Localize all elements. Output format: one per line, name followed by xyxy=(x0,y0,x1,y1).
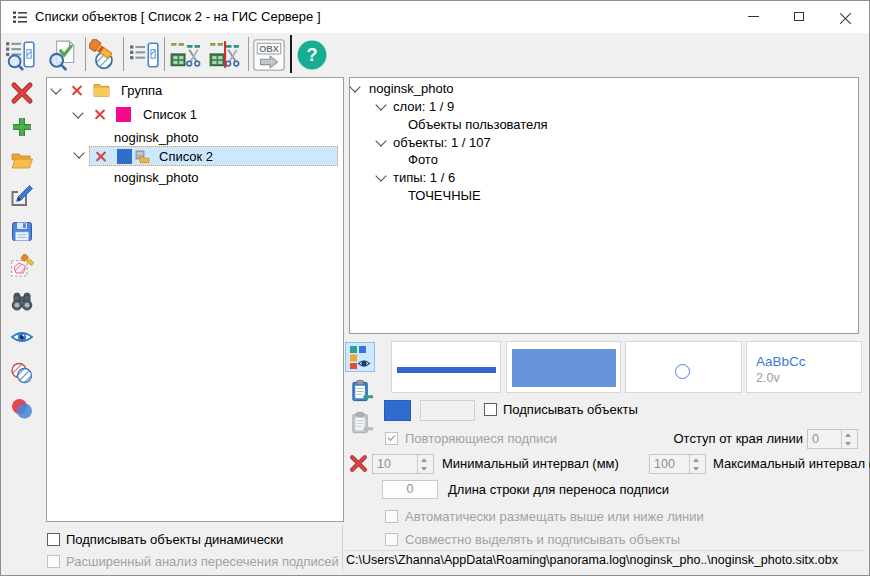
paste-style-button[interactable] xyxy=(348,410,374,436)
text-sample-box[interactable]: AaBbCc 2.0v xyxy=(746,341,862,393)
select-area-search-button[interactable] xyxy=(10,254,34,278)
fill-sample-box[interactable] xyxy=(506,341,621,393)
spinner-arrows[interactable] xyxy=(841,430,857,448)
delete-icon xyxy=(10,81,34,105)
copy-style-button[interactable] xyxy=(348,378,374,404)
chevron-down-icon[interactable] xyxy=(50,83,61,94)
chevron-down-icon[interactable] xyxy=(375,99,386,110)
show-list-button[interactable] xyxy=(128,39,160,71)
wrap-length-label: Длина строки для переноса подписи xyxy=(448,482,669,498)
edge-offset-spinner[interactable]: 0 xyxy=(807,429,858,449)
auto-place-checkbox[interactable] xyxy=(385,510,398,523)
line-sample-box[interactable] xyxy=(391,341,501,393)
toolbar-separator xyxy=(123,37,124,71)
clear-labels-button[interactable] xyxy=(348,453,368,473)
export-obx-button[interactable]: OBX xyxy=(253,39,285,71)
hatched-circles-icon xyxy=(10,361,34,385)
tree-item-map2[interactable]: noginsk_photo xyxy=(114,167,199,187)
chevron-down-icon[interactable] xyxy=(375,170,386,181)
show-list-icon xyxy=(128,39,160,71)
check-search-button[interactable] xyxy=(46,39,78,71)
tree-item-map-name[interactable]: noginsk_photo xyxy=(351,80,454,97)
color-swatch-disabled[interactable] xyxy=(420,400,475,421)
extended-analysis-label: Расширенный анализ пересечения подписей xyxy=(66,554,339,570)
dynamic-labels-checkbox[interactable] xyxy=(47,533,60,546)
tree-item-map1[interactable]: noginsk_photo xyxy=(114,127,199,147)
delete-list-button[interactable] xyxy=(10,81,34,105)
tree-item-object-name[interactable]: Фото xyxy=(408,151,438,168)
binoculars-icon xyxy=(10,289,34,313)
svg-text:OBX: OBX xyxy=(259,44,279,54)
open-list-button[interactable] xyxy=(10,149,34,173)
help-icon: ? xyxy=(296,39,328,71)
text-sample-version: 2.0v xyxy=(756,371,780,385)
tree-item-layers[interactable]: слои: 1 / 9 xyxy=(377,98,454,115)
repeating-labels-checkbox[interactable] xyxy=(385,432,398,445)
tree-item-label: Объекты пользователя xyxy=(408,117,548,132)
tree-item-types[interactable]: типы: 1 / 6 xyxy=(377,169,455,186)
overlay-solid-button[interactable] xyxy=(10,397,34,421)
eye-icon xyxy=(10,325,34,349)
label-objects-checkbox[interactable] xyxy=(484,403,497,416)
export-obx-icon: OBX xyxy=(253,39,285,71)
delete-item-icon[interactable] xyxy=(94,108,106,120)
find-object-button[interactable] xyxy=(10,289,34,313)
tree-item-label: noginsk_photo xyxy=(114,170,199,185)
move-objects-icon xyxy=(208,39,240,71)
max-interval-label: Максимальный интервал (мм) xyxy=(713,456,870,472)
tree-item-layer-name[interactable]: Объекты пользователя xyxy=(408,116,548,133)
tree-item-list2-selected[interactable]: Список 2 xyxy=(89,146,338,166)
status-file-path: C:\Users\Zhanna\AppData\Roaming\panorama… xyxy=(346,553,863,567)
edit-icon xyxy=(10,184,34,208)
find-by-list-button[interactable] xyxy=(5,39,37,71)
min-interval-value: 10 xyxy=(373,455,417,473)
delete-item-icon[interactable] xyxy=(95,150,107,162)
chevron-down-icon[interactable] xyxy=(375,135,386,146)
max-interval-spinner[interactable]: 100 xyxy=(649,454,706,474)
edit-list-button[interactable] xyxy=(10,184,34,208)
add-list-button[interactable] xyxy=(10,115,34,139)
spinner-arrows[interactable] xyxy=(417,455,433,473)
flashlight-icon xyxy=(89,39,121,71)
save-list-button[interactable] xyxy=(10,219,34,243)
text-sample: AaBbCc xyxy=(756,354,806,369)
open-folder-icon xyxy=(10,149,34,173)
maximize-button[interactable] xyxy=(776,1,822,32)
min-interval-spinner[interactable]: 10 xyxy=(372,454,434,474)
highlight-objects-button[interactable] xyxy=(89,39,121,71)
copy-objects-button[interactable] xyxy=(169,39,201,71)
list1-color-square xyxy=(116,107,131,122)
help-button[interactable]: ? xyxy=(296,39,328,71)
chevron-down-icon[interactable] xyxy=(72,107,83,118)
minimize-button[interactable] xyxy=(730,1,776,32)
spinner-arrows[interactable] xyxy=(689,455,705,473)
solid-circles-icon xyxy=(10,397,34,421)
close-button[interactable] xyxy=(822,1,868,32)
tree-item-list1[interactable]: Список 1 xyxy=(74,104,197,124)
tree-item-label: слои: 1 / 9 xyxy=(393,99,454,114)
tree-item-group[interactable]: Группа xyxy=(52,80,162,100)
extended-analysis-checkbox[interactable] xyxy=(47,555,60,568)
delete-item-icon[interactable] xyxy=(71,84,83,96)
view-styles-button[interactable] xyxy=(345,342,375,372)
clear-red-x-icon xyxy=(349,454,368,473)
tree-item-label: noginsk_photo xyxy=(114,130,199,145)
point-sample-box[interactable] xyxy=(625,341,742,393)
joint-select-label: Совместно выделять и подписывать объекты xyxy=(405,532,680,548)
titlebar[interactable]: Списки объектов [ Список 2 - на ГИС Серв… xyxy=(1,1,869,33)
overlay-hatched-button[interactable] xyxy=(10,361,34,385)
tree-item-objects[interactable]: объекты: 1 / 107 xyxy=(377,134,491,151)
visibility-button[interactable] xyxy=(10,325,34,349)
chevron-down-icon[interactable] xyxy=(349,81,360,92)
move-objects-button[interactable] xyxy=(208,39,240,71)
svg-text:?: ? xyxy=(306,45,317,65)
color-swatch-blue[interactable] xyxy=(384,400,411,421)
tree-item-label: noginsk_photo xyxy=(369,81,454,96)
wrap-length-input[interactable]: 0 xyxy=(382,480,438,499)
tree-item-label: Список 2 xyxy=(159,149,213,164)
folder-icon xyxy=(93,83,110,97)
min-interval-label: Минимальный интервал (мм) xyxy=(442,456,619,472)
line-sample xyxy=(397,367,496,373)
joint-select-checkbox[interactable] xyxy=(385,533,398,546)
tree-item-type-name[interactable]: ТОЧЕЧНЫЕ xyxy=(408,187,481,204)
